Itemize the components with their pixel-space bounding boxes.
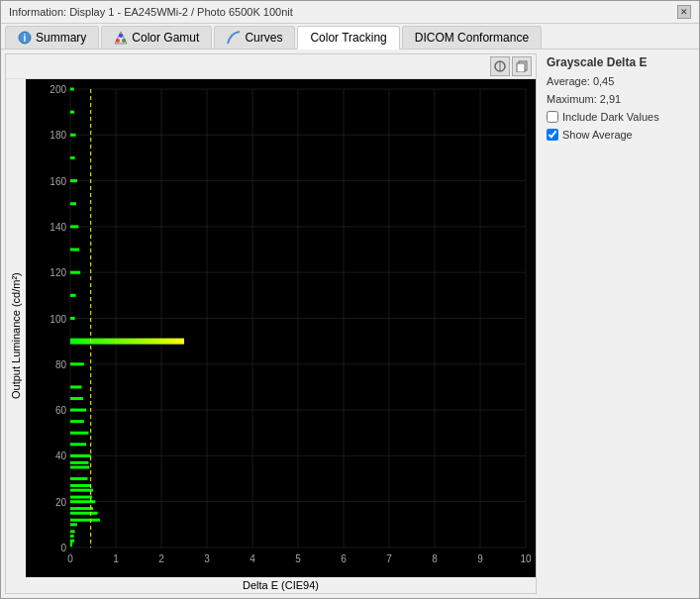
sidebar: Grayscale Delta E Average: 0,45 Maximum:…	[541, 50, 699, 598]
chart-inner: Delta E (CIE94)	[26, 79, 536, 593]
chart-toolbar	[6, 54, 536, 79]
chart-container: Output Luminance (cd/m²) Delta E (CIE94)	[6, 79, 536, 593]
title-bar: Information: Display 1 - EA245WMi-2 / Ph…	[1, 1, 699, 24]
tab-curves[interactable]: Curves	[214, 26, 295, 49]
gamut-icon	[114, 31, 128, 45]
sidebar-title: Grayscale Delta E	[547, 55, 693, 69]
info-icon: i	[18, 31, 32, 45]
svg-point-5	[119, 34, 123, 38]
tab-color-tracking[interactable]: Color Tracking	[297, 26, 399, 50]
maximum-label: Maximum:	[547, 93, 597, 105]
main-window: Information: Display 1 - EA245WMi-2 / Ph…	[0, 0, 700, 599]
average-label: Average:	[547, 75, 590, 87]
main-content: Output Luminance (cd/m²) Delta E (CIE94)…	[1, 50, 699, 598]
chart-area: Output Luminance (cd/m²) Delta E (CIE94)	[5, 53, 537, 594]
tab-bar: i Summary Color Gamut Curves Color Track…	[1, 24, 699, 50]
tab-dicom-conformance[interactable]: DICOM Conformance	[402, 26, 542, 49]
y-axis-label: Output Luminance (cd/m²)	[6, 79, 26, 593]
tab-color-gamut[interactable]: Color Gamut	[101, 26, 212, 49]
maximum-stat: Maximum: 2,91	[547, 93, 693, 105]
svg-point-4	[122, 39, 126, 43]
chart-canvas	[26, 79, 536, 577]
svg-point-3	[116, 39, 120, 43]
tab-color-gamut-label: Color Gamut	[132, 31, 199, 45]
show-average-row: Show Average	[547, 129, 693, 141]
reset-icon	[494, 60, 506, 72]
window-title: Information: Display 1 - EA245WMi-2 / Ph…	[9, 6, 293, 18]
average-value: 0,45	[593, 75, 614, 87]
svg-rect-9	[517, 63, 525, 72]
close-button[interactable]: ✕	[677, 5, 691, 19]
show-average-label[interactable]: Show Average	[562, 129, 633, 141]
tab-summary-label: Summary	[36, 31, 86, 45]
svg-text:i: i	[24, 33, 27, 44]
include-dark-label[interactable]: Include Dark Values	[562, 111, 659, 123]
include-dark-checkbox[interactable]	[547, 111, 558, 123]
curves-icon	[227, 31, 241, 45]
reset-zoom-button[interactable]	[490, 56, 510, 76]
x-axis-label: Delta E (CIE94)	[26, 577, 536, 593]
copy-button[interactable]	[512, 56, 532, 76]
plot-area	[26, 79, 536, 577]
tab-summary[interactable]: i Summary	[5, 26, 99, 49]
tab-color-tracking-label: Color Tracking	[310, 31, 386, 45]
tab-curves-label: Curves	[245, 31, 282, 45]
average-stat: Average: 0,45	[547, 75, 693, 87]
copy-icon	[516, 60, 528, 72]
show-average-checkbox[interactable]	[547, 129, 558, 141]
include-dark-values-row: Include Dark Values	[547, 111, 693, 123]
tab-dicom-label: DICOM Conformance	[415, 31, 529, 45]
maximum-value: 2,91	[600, 93, 621, 105]
